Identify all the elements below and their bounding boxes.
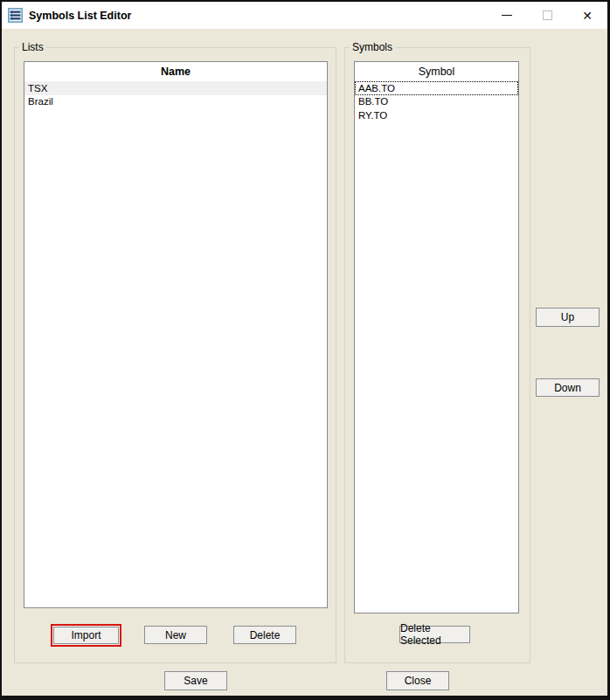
close-dialog-button[interactable]: Close — [386, 671, 449, 690]
minimize-button[interactable] — [487, 2, 527, 29]
lists-group-label: Lists — [19, 41, 46, 53]
window-title: Symbols List Editor — [29, 10, 131, 22]
symbol-row-bb-to[interactable]: BB.TO — [355, 95, 518, 109]
close-icon: ✕ — [582, 10, 593, 22]
lists-table-header-name: Name — [24, 62, 327, 81]
symbols-group-label: Symbols — [350, 41, 395, 53]
list-row-tsx[interactable]: TSX — [24, 81, 327, 95]
delete-button[interactable]: Delete — [233, 626, 296, 644]
maximize-icon — [543, 10, 552, 20]
import-button[interactable]: Import — [53, 627, 119, 644]
symbols-list-editor-window: Symbols List Editor ✕ Lists Name TSX Bra… — [0, 0, 610, 700]
import-button-highlight: Import — [51, 624, 121, 647]
maximize-button — [527, 2, 567, 29]
symbols-table[interactable]: Symbol AAB.TO BB.TO RY.TO — [354, 61, 519, 613]
list-icon — [8, 8, 23, 23]
lists-table[interactable]: Name TSX Brazil — [24, 61, 328, 608]
close-button[interactable]: ✕ — [567, 2, 607, 29]
symbols-groupbox: Symbols Symbol AAB.TO BB.TO RY.TO — [344, 47, 530, 663]
down-button[interactable]: Down — [536, 378, 600, 397]
titlebar: Symbols List Editor ✕ — [2, 2, 607, 29]
window-controls: ✕ — [487, 2, 607, 29]
delete-selected-button[interactable]: Delete Selected — [399, 626, 470, 643]
list-row-brazil[interactable]: Brazil — [24, 95, 327, 109]
minimize-icon — [502, 15, 512, 16]
up-button[interactable]: Up — [536, 308, 600, 327]
save-button[interactable]: Save — [164, 671, 227, 690]
symbol-row-ry-to[interactable]: RY.TO — [355, 108, 518, 122]
symbol-row-aab-to[interactable]: AAB.TO — [355, 81, 518, 95]
new-button[interactable]: New — [144, 626, 207, 644]
lists-groupbox: Lists Name TSX Brazil — [14, 47, 336, 663]
symbols-table-header-symbol: Symbol — [355, 62, 518, 81]
